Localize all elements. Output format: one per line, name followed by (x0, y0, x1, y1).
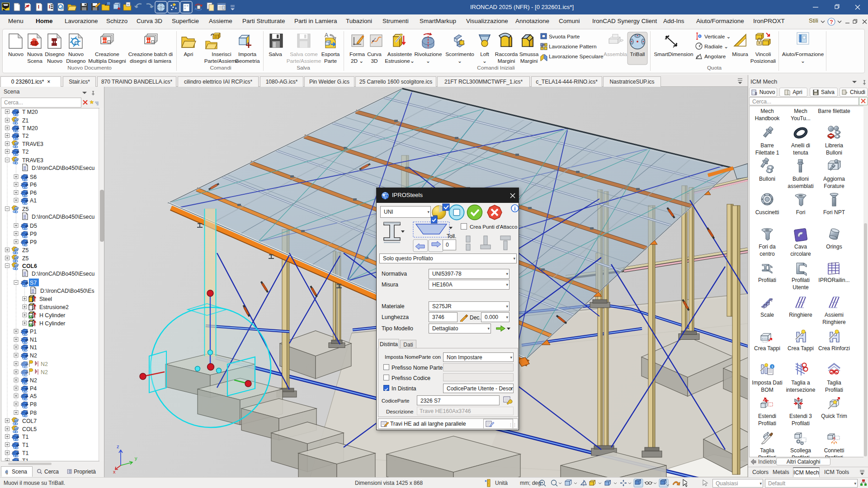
svg-text:Estendi 3: Estendi 3 (789, 413, 812, 419)
svg-text:COL6: COL6 (22, 263, 37, 269)
svg-text:Estrusione2: Estrusione2 (39, 304, 69, 310)
svg-text:T1: T1 (22, 450, 29, 456)
svg-text:T2: T2 (22, 149, 29, 155)
svg-text:A5: A5 (30, 393, 37, 399)
svg-text:centro: centro (760, 251, 775, 257)
svg-text:N1: N1 (30, 337, 37, 343)
svg-text:T2: T2 (22, 133, 29, 139)
svg-text:TRAVE3: TRAVE3 (22, 157, 43, 164)
svg-text:P6: P6 (30, 182, 37, 188)
svg-text:Barre filettate: Barre filettate (818, 108, 850, 114)
svg-text:Profilati: Profilati (792, 420, 810, 427)
svg-text:Z5: Z5 (22, 206, 29, 212)
svg-text:Fori: Fori (796, 209, 806, 216)
svg-text:T1: T1 (22, 458, 29, 462)
svg-text:T1: T1 (22, 442, 29, 448)
svg-text:x: x (113, 469, 116, 474)
svg-text:D:\IronCAD\Bo450\Esecu: D:\IronCAD\Bo450\Esecu (32, 165, 95, 171)
svg-text:D5: D5 (30, 223, 37, 229)
svg-text:intersezione: intersezione (786, 387, 816, 393)
svg-text:T1: T1 (22, 434, 29, 440)
svg-text:Z5: Z5 (22, 255, 29, 262)
svg-text:Ringhiere: Ringhiere (822, 319, 846, 325)
svg-text:Cava: Cava (794, 244, 807, 250)
svg-text:assemblati: assemblati (788, 183, 813, 189)
svg-text:Profilati: Profilati (758, 277, 776, 283)
svg-text:P4: P4 (30, 385, 37, 392)
svg-text:N2: N2 (41, 361, 48, 367)
svg-text:Z5: Z5 (22, 247, 29, 253)
svg-text:Quick Trim: Quick Trim (821, 413, 847, 419)
svg-text:Profilati: Profilati (758, 420, 776, 427)
svg-text:Crea Rinforzi: Crea Rinforzi (818, 345, 850, 352)
svg-text:Profilati: Profilati (792, 277, 810, 283)
svg-text:H Cylinder: H Cylinder (39, 320, 65, 327)
svg-text:Scale: Scale (760, 312, 774, 318)
svg-text:Mech: Mech (794, 108, 807, 114)
svg-text:i: i (514, 206, 515, 212)
svg-text:Ringhiere: Ringhiere (789, 312, 812, 318)
svg-text:Taglia: Taglia (760, 447, 774, 454)
svg-text:Barre: Barre (760, 142, 774, 149)
svg-text:P8: P8 (30, 410, 37, 416)
svg-text:Taglia: Taglia (827, 380, 841, 386)
svg-text:N2: N2 (30, 377, 37, 384)
svg-text:N2: N2 (30, 352, 37, 359)
svg-text:Fori NPT: Fori NPT (823, 209, 845, 216)
svg-text:Forature: Forature (824, 183, 844, 189)
svg-text:P6: P6 (30, 190, 37, 196)
svg-text:Bulloni: Bulloni (759, 176, 775, 182)
svg-text:Anelli di: Anelli di (791, 142, 810, 149)
svg-text:Estendi: Estendi (758, 413, 776, 419)
svg-text:A: A (325, 32, 328, 38)
svg-text:I: I (38, 4, 39, 9)
svg-text:Steel: Steel (39, 296, 52, 302)
svg-text:A1: A1 (30, 197, 37, 204)
svg-text:Taglia a: Taglia a (791, 380, 810, 386)
svg-text:Handbook: Handbook (755, 115, 780, 122)
svg-text:P1: P1 (30, 328, 37, 335)
svg-text:Bulloni: Bulloni (793, 176, 809, 182)
svg-text:Libreria: Libreria (825, 142, 843, 149)
svg-text:N2: N2 (41, 369, 48, 375)
svg-text:P8: P8 (30, 401, 37, 408)
svg-text:y: y (135, 455, 137, 461)
svg-text:BOM: BOM (761, 387, 773, 393)
svg-text:Filettate 1: Filettate 1 (755, 150, 779, 156)
svg-text:Connetti: Connetti (824, 447, 844, 454)
svg-text:COL7: COL7 (22, 418, 37, 424)
svg-text:D:\IronCAD\Bo450\Es: D:\IronCAD\Bo450\Es (40, 288, 94, 294)
svg-text:I: I (49, 4, 50, 9)
svg-text:Scollega: Scollega (790, 447, 811, 454)
svg-text:Crea Tappi: Crea Tappi (754, 345, 780, 352)
svg-text:YouTu...: YouTu... (791, 115, 811, 122)
svg-text:P9: P9 (30, 231, 37, 237)
svg-text:?: ? (833, 437, 835, 442)
svg-text:TRAVE3: TRAVE3 (22, 141, 43, 147)
svg-text:Z1: Z1 (22, 117, 29, 124)
svg-text:N1: N1 (30, 344, 37, 351)
svg-text:D:\IronCAD\Bo450\Esecu: D:\IronCAD\Bo450\Esecu (32, 271, 95, 277)
svg-text:Assiemi: Assiemi (825, 312, 844, 318)
svg-text:T M20: T M20 (22, 125, 38, 131)
svg-text:H Cylinder: H Cylinder (39, 312, 65, 319)
svg-text:Orings: Orings (826, 244, 842, 250)
svg-text:Mech: Mech (760, 108, 774, 114)
svg-text:Utente: Utente (793, 284, 809, 291)
svg-text:IPRORailin...: IPRORailin... (818, 277, 849, 283)
svg-text:S6: S6 (30, 174, 37, 180)
svg-text:COL5: COL5 (22, 426, 37, 432)
svg-text:tenuta: tenuta (793, 150, 808, 156)
svg-text:T M20: T M20 (22, 109, 38, 115)
svg-text:Fori da: Fori da (759, 244, 776, 250)
svg-text:S7: S7 (30, 280, 37, 286)
svg-text:z: z (117, 444, 119, 449)
svg-text:D:\IronCAD\Bo450\Esecu: D:\IronCAD\Bo450\Esecu (32, 214, 95, 220)
svg-text:circolare: circolare (790, 251, 811, 257)
svg-text:Profilati: Profilati (825, 387, 843, 393)
svg-text:Imposta Dati: Imposta Dati (752, 380, 782, 386)
svg-text:Crea Tappi: Crea Tappi (788, 345, 814, 352)
svg-text:P9: P9 (30, 239, 37, 245)
svg-text:?: ? (830, 19, 833, 25)
svg-text:Bulloni: Bulloni (826, 150, 842, 156)
